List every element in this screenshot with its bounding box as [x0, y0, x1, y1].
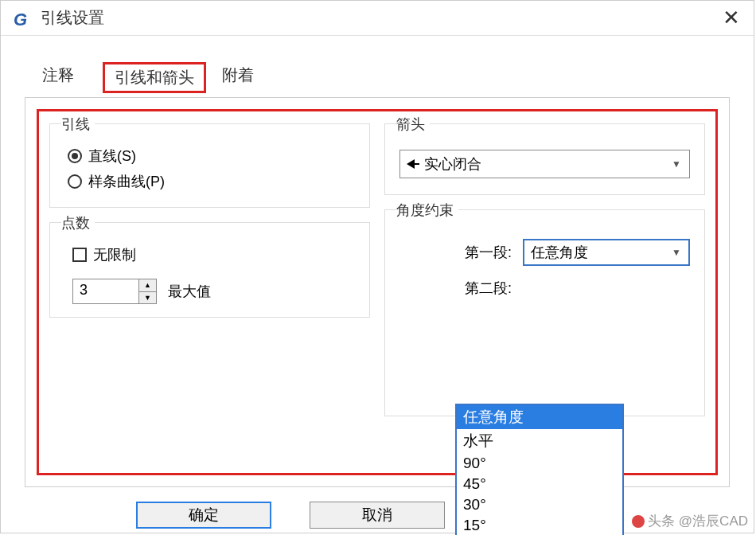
- dropdown-item[interactable]: 15°: [457, 515, 622, 535]
- radio-icon: [68, 174, 82, 189]
- radio-spline-label: 样条曲线(P): [88, 172, 165, 191]
- arrow-filled-icon: [400, 159, 421, 169]
- radio-icon: [68, 149, 82, 163]
- dialog-window: G 引线设置 ✕ 注释 引线和箭头 附着 引线 直线(S) 样条曲线(P): [0, 0, 754, 533]
- dropdown-item[interactable]: 90°: [457, 453, 622, 474]
- chevron-down-icon: ▼: [664, 158, 689, 170]
- arrow-combo[interactable]: 实心闭合 ▼: [399, 150, 690, 178]
- dropdown-item[interactable]: 45°: [457, 474, 622, 494]
- dropdown-item[interactable]: 水平: [457, 429, 622, 453]
- radio-spline[interactable]: 样条曲线(P): [61, 169, 358, 194]
- checkbox-unlimited[interactable]: 无限制: [61, 242, 358, 268]
- svg-rect-1: [415, 163, 419, 165]
- tab-content: 引线 直线(S) 样条曲线(P) 点数 无限制: [25, 97, 730, 487]
- seg1-label: 第一段:: [399, 243, 515, 262]
- group-points-title: 点数: [61, 213, 95, 232]
- ok-button[interactable]: 确定: [136, 502, 271, 529]
- group-leader-title: 引线: [61, 115, 95, 134]
- max-points-spinner[interactable]: 3 ▲ ▼: [72, 279, 157, 304]
- cancel-button[interactable]: 取消: [310, 502, 445, 529]
- group-angle-title: 角度约束: [396, 201, 458, 220]
- window-title: 引线设置: [41, 7, 104, 29]
- watermark-text: 头条 @浩辰CAD: [648, 512, 748, 530]
- group-arrow: 箭头 实心闭合 ▼: [384, 123, 705, 195]
- group-points: 点数 无限制 3 ▲ ▼ 最大值: [49, 222, 370, 318]
- app-logo-icon: G: [14, 10, 31, 27]
- radio-line-label: 直线(S): [88, 146, 136, 166]
- chevron-down-icon: ▼: [664, 247, 688, 258]
- spinner-down-icon[interactable]: ▼: [139, 292, 156, 304]
- seg1-combo[interactable]: 任意角度 ▼: [523, 239, 690, 266]
- spinner-up-icon[interactable]: ▲: [139, 279, 156, 292]
- checkbox-icon: [72, 248, 87, 262]
- watermark: 头条 @浩辰CAD: [632, 512, 748, 530]
- watermark-icon: [632, 515, 645, 528]
- seg2-label: 第二段:: [399, 279, 515, 298]
- seg1-value: 任意角度: [524, 243, 664, 262]
- tabs: 注释 引线和箭头 附着: [1, 36, 754, 91]
- svg-marker-0: [407, 159, 415, 169]
- dropdown-item[interactable]: 30°: [457, 494, 622, 515]
- spinner-value[interactable]: 3: [73, 279, 138, 303]
- tab-leader-arrow[interactable]: 引线和箭头: [103, 62, 206, 93]
- group-angle: 角度约束 第一段: 任意角度 ▼ 第二段:: [384, 209, 705, 416]
- tab-annotation[interactable]: 注释: [28, 60, 88, 91]
- group-arrow-title: 箭头: [396, 115, 430, 134]
- radio-line[interactable]: 直线(S): [61, 143, 358, 169]
- arrow-combo-value: 实心闭合: [421, 154, 664, 174]
- close-button[interactable]: ✕: [719, 6, 744, 31]
- dropdown-item[interactable]: 任意角度: [457, 405, 622, 429]
- group-leader: 引线 直线(S) 样条曲线(P): [49, 123, 370, 208]
- angle-dropdown[interactable]: 任意角度 水平 90° 45° 30° 15°: [455, 404, 624, 535]
- tab-attachment[interactable]: 附着: [208, 60, 268, 91]
- checkbox-unlimited-label: 无限制: [93, 245, 136, 264]
- max-label: 最大值: [168, 282, 211, 301]
- titlebar-left: G 引线设置: [14, 7, 104, 29]
- titlebar: G 引线设置 ✕: [1, 1, 754, 36]
